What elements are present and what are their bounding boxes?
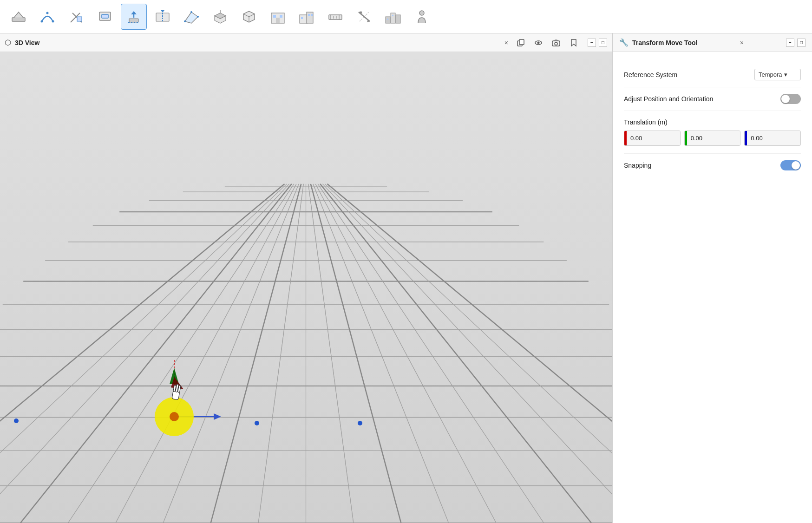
view3d-maximize-btn[interactable]: □ [599,39,607,47]
offset-tool-btn[interactable] [92,4,118,30]
svg-marker-46 [214,413,221,420]
snapping-toggle-wrapper [780,160,801,170]
adjust-position-toggle-wrapper [780,94,801,104]
svg-point-43 [555,42,557,45]
city-tool-btn[interactable] [380,4,406,30]
svg-rect-25 [308,14,310,16]
cut-tool-btn[interactable] [351,4,377,30]
reference-system-value-wrapper: Tempora ▾ [754,69,801,80]
snapping-knob [792,161,800,170]
view3d-titlebar: ⬡ 3D View × [0,33,612,52]
snapping-row: Snapping [624,154,801,177]
right-panel-minimize-btn[interactable]: − [786,39,794,47]
right-panel-titlebar: 🔧 Transform Move Tool × − □ [613,33,812,52]
svg-rect-9 [129,19,138,22]
view3d-minimize-btn[interactable]: − [588,39,596,47]
copy-view-btn[interactable] [514,36,527,49]
svg-rect-26 [311,14,313,16]
select-point-3 [358,421,362,425]
svg-rect-23 [307,12,313,23]
arc-tool-btn[interactable] [34,4,60,30]
cube-tool-btn[interactable] [236,4,262,30]
reference-system-row: Reference System Tempora ▾ [624,62,801,87]
svg-rect-21 [276,18,280,23]
sketch-tool-btn[interactable] [6,4,32,30]
svg-rect-20 [280,15,282,18]
svg-rect-36 [392,15,393,16]
svg-point-15 [197,16,199,18]
svg-rect-8 [102,14,108,18]
adjust-position-label: Adjust Position and Orientation [624,95,713,103]
svg-point-14 [190,11,192,13]
right-panel: 🔧 Transform Move Tool × − □ Reference Sy… [612,33,812,523]
select-point-1 [14,418,19,423]
adjust-position-row: Adjust Position and Orientation [624,87,801,111]
building-tool-btn[interactable] [265,4,291,30]
trim-tool-btn[interactable] [63,4,89,30]
surface-tool-btn[interactable] [178,4,204,30]
reference-system-selected: Tempora [759,71,782,78]
view3d-actions [514,36,580,49]
person-tool-btn[interactable] [409,4,435,30]
reference-system-dropdown[interactable]: Tempora ▾ [754,69,801,80]
camera-btn[interactable] [550,36,563,49]
viewport[interactable] [0,52,612,523]
reference-system-label: Reference System [624,71,677,78]
translation-inputs [624,131,801,154]
svg-rect-34 [396,15,400,23]
translation-x-wrapper [624,131,681,146]
right-panel-maximize-btn[interactable]: □ [797,39,805,47]
snapping-label: Snapping [624,162,651,169]
svg-rect-35 [387,19,388,20]
move-up-tool-btn[interactable] [121,4,147,30]
svg-point-37 [419,11,424,15]
transform-widget [130,345,223,439]
snapping-toggle[interactable] [780,160,801,170]
view3d-close-btn[interactable]: × [502,38,511,47]
main-area: ⬡ 3D View × [0,33,812,523]
select-point-2 [255,421,259,425]
3d-view-icon: ⬡ [5,38,11,47]
svg-point-1 [41,20,43,22]
view3d-panel: ⬡ 3D View × [0,33,612,523]
right-panel-content: Reference System Tempora ▾ Adjust Positi… [613,52,812,187]
svg-rect-22 [300,15,307,23]
translation-z-input[interactable] [747,131,801,145]
svg-rect-33 [391,13,395,23]
right-panel-close-btn[interactable]: × [738,38,746,47]
svg-point-48 [170,412,179,421]
grid-canvas [0,52,612,523]
split-tool-btn[interactable] [150,4,176,30]
toolbar [0,0,812,33]
translation-y-wrapper [684,131,741,146]
translation-z-wrapper [744,131,801,146]
svg-point-2 [52,20,54,22]
svg-point-3 [46,12,49,14]
measure-tool-btn[interactable] [322,4,348,30]
reference-system-chevron: ▾ [784,71,787,78]
translation-header: Translation (m) [624,111,801,131]
svg-rect-6 [77,17,82,21]
translation-x-input[interactable] [627,131,681,145]
svg-rect-24 [301,17,303,19]
visibility-btn[interactable] [532,36,545,49]
right-panel-window-btns: − □ [786,39,805,47]
view3d-window-btns: − □ [588,39,607,47]
extrude-tool-btn[interactable] [207,4,233,30]
bookmark-btn[interactable] [567,36,580,49]
right-panel-title: Transform Move Tool [632,39,698,46]
adjust-position-toggle[interactable] [780,94,801,104]
building2-tool-btn[interactable] [294,4,320,30]
transform-tool-icon: 🔧 [619,38,629,47]
view3d-title: 3D View [15,39,39,46]
translation-y-input[interactable] [687,131,741,145]
svg-point-41 [537,41,540,44]
svg-rect-0 [12,18,25,21]
svg-rect-19 [273,15,276,18]
svg-point-13 [184,20,186,22]
svg-rect-39 [519,39,524,45]
adjust-position-knob [781,95,790,103]
